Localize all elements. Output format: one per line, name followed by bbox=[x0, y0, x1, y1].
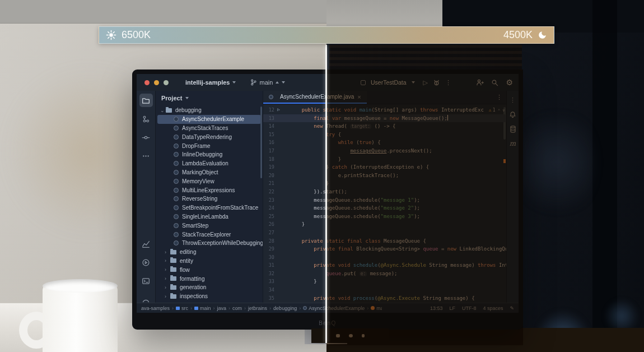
tree-item-MarkingObject[interactable]: MarkingObject bbox=[156, 168, 263, 177]
code-line-24[interactable]: 24 messageQueue.schedule("message 2"); bbox=[263, 204, 506, 212]
code-line-23[interactable]: 23 messageQueue.schedule("message 1"); bbox=[263, 196, 506, 205]
line-number[interactable]: 13 bbox=[263, 114, 274, 123]
code-line-21[interactable]: 21 } bbox=[263, 179, 506, 188]
line-number[interactable]: 12 bbox=[263, 106, 274, 114]
code-line-22[interactable]: 22 }).start(); bbox=[263, 188, 506, 196]
tree-item-debugging[interactable]: ⌄debugging bbox=[156, 106, 263, 115]
inspection-widget[interactable]: ⚠1^v bbox=[489, 107, 505, 113]
code-line-12[interactable]: 12▷ public static void main(String[] arg… bbox=[263, 106, 506, 114]
prev-warning-icon[interactable]: ^ bbox=[498, 108, 500, 112]
breadcrumb-item[interactable]: ava-samples bbox=[141, 305, 170, 311]
line-number[interactable]: 23 bbox=[263, 196, 274, 205]
line-number[interactable]: 16 bbox=[263, 138, 274, 147]
tree-item-SingleLineLambda[interactable]: SingleLineLambda bbox=[156, 212, 263, 221]
editor-tab[interactable]: AsyncSchedulerExample.java × bbox=[263, 91, 367, 104]
line-number[interactable]: 33 bbox=[263, 277, 274, 286]
chevron-expanded-icon[interactable]: ⌄ bbox=[160, 108, 166, 113]
tree-item-generation[interactable]: ›generation bbox=[156, 283, 263, 292]
tree-item-flow[interactable]: ›flow bbox=[156, 265, 263, 274]
commit-icon[interactable] bbox=[139, 131, 153, 144]
kebab-icon[interactable]: ⋮ bbox=[496, 94, 502, 101]
line-number[interactable]: 19 bbox=[263, 163, 274, 172]
line-number[interactable]: 30 bbox=[263, 253, 274, 262]
tree-item-MultiLineExpressions[interactable]: MultiLineExpressions bbox=[156, 186, 263, 194]
search-icon[interactable] bbox=[491, 79, 498, 86]
tree-item-DropFrame[interactable]: DropFrame bbox=[156, 141, 263, 150]
chevron-collapsed-icon[interactable]: › bbox=[165, 249, 170, 255]
add-user-icon[interactable] bbox=[476, 78, 484, 86]
line-number[interactable]: 18 bbox=[263, 155, 274, 164]
code-line-25[interactable]: 25 messageQueue.schedule("message 3"); bbox=[263, 212, 506, 221]
code-line-32[interactable]: 32 queue.put( e: message); bbox=[263, 270, 506, 278]
database-icon[interactable] bbox=[507, 122, 519, 136]
line-number[interactable]: 29 bbox=[263, 245, 274, 253]
tree-item-ThrowExceptionWhileDebugging[interactable]: ThrowExceptionWhileDebugging bbox=[156, 239, 263, 248]
code-line-30[interactable]: 30 bbox=[263, 253, 506, 262]
code-line-16[interactable]: 16 while (true) { bbox=[263, 138, 506, 147]
code-line-20[interactable]: 20 e.printStackTrace(); bbox=[263, 172, 506, 180]
breadcrumb-item[interactable]: jetbrains bbox=[248, 305, 267, 311]
code-line-13[interactable]: 13 final var messageQueue = new MessageQ… bbox=[263, 114, 506, 123]
breadcrumb-item[interactable]: main bbox=[194, 305, 211, 311]
line-number[interactable]: 28 bbox=[263, 237, 274, 246]
tree-item-inspections[interactable]: ›inspections bbox=[156, 292, 263, 301]
tree-item-InlineDebugging[interactable]: InlineDebugging bbox=[156, 150, 263, 159]
chevron-collapsed-icon[interactable]: › bbox=[165, 258, 170, 263]
indent-setting[interactable]: 4 spaces bbox=[483, 305, 503, 311]
chevron-collapsed-icon[interactable]: › bbox=[165, 294, 170, 299]
code-line-33[interactable]: 33 } bbox=[263, 277, 506, 286]
graph-icon[interactable] bbox=[139, 237, 153, 251]
tree-item-entity[interactable]: ›entity bbox=[156, 257, 263, 266]
color-temperature-slider[interactable]: 6500K 4500K bbox=[99, 26, 554, 44]
tree-item-SmartStep[interactable]: SmartStep bbox=[156, 221, 263, 230]
code-line-34[interactable]: 34 bbox=[263, 286, 506, 294]
minimize-traffic-light[interactable] bbox=[154, 80, 159, 85]
caret-position[interactable]: 13:53 bbox=[430, 305, 443, 311]
code-line-15[interactable]: 15 try { bbox=[263, 131, 506, 139]
tree-item-AsyncSchedulerExample[interactable]: AsyncSchedulerExample bbox=[157, 115, 261, 124]
zoom-traffic-light[interactable] bbox=[164, 80, 169, 85]
line-number[interactable]: 34 bbox=[263, 286, 274, 294]
breadcrumb-item[interactable]: src bbox=[176, 305, 188, 311]
tree-item-StackTraceExplorer[interactable]: StackTraceExplorer bbox=[156, 230, 263, 239]
file-encoding[interactable]: UTF-8 bbox=[462, 305, 477, 311]
code-line-18[interactable]: 18 } bbox=[263, 155, 506, 164]
run-circle-icon[interactable] bbox=[139, 256, 153, 269]
run-widget[interactable]: UserTestData ▷ ⋮ bbox=[361, 79, 451, 86]
line-number[interactable]: 35 bbox=[263, 294, 274, 303]
close-tab-icon[interactable]: × bbox=[357, 94, 361, 100]
breadcrumb-item[interactable]: java bbox=[217, 305, 227, 311]
close-traffic-light[interactable] bbox=[144, 80, 150, 85]
debug-icon[interactable] bbox=[433, 79, 440, 86]
chevron-collapsed-icon[interactable]: › bbox=[165, 276, 170, 281]
code-line-27[interactable]: 27 bbox=[263, 229, 506, 237]
code-line-31[interactable]: 31 private void schedule(@Async.Schedule… bbox=[263, 261, 506, 270]
line-number[interactable]: 15 bbox=[263, 131, 274, 139]
code-line-19[interactable]: 19 } catch (InterruptedException e) { bbox=[263, 163, 506, 172]
play-icon[interactable]: ▷ bbox=[423, 79, 428, 86]
kebab-icon[interactable]: ⋮ bbox=[445, 79, 451, 86]
project-scrollbar[interactable] bbox=[260, 106, 262, 178]
tree-item-MemoryView[interactable]: MemoryView bbox=[156, 177, 263, 186]
code-line-14[interactable]: 14 new Thread( target: () -> { bbox=[263, 122, 506, 131]
line-number[interactable]: 14 bbox=[263, 122, 274, 131]
run-gutter-icon[interactable]: ▷ bbox=[277, 106, 280, 114]
tree-item-LambdaEvaluation[interactable]: LambdaEvaluation bbox=[156, 159, 263, 168]
line-number[interactable]: 17 bbox=[263, 147, 274, 155]
code-line-26[interactable]: 26 } bbox=[263, 220, 506, 229]
more-icon[interactable] bbox=[139, 149, 153, 163]
breadcrumb[interactable]: ava-samples›src›main›java›com›jetbrains›… bbox=[141, 305, 382, 311]
line-number[interactable]: 22 bbox=[263, 188, 274, 196]
bell-icon[interactable] bbox=[507, 107, 519, 122]
line-ending[interactable]: LF bbox=[449, 305, 455, 311]
code-line-35[interactable]: 35 private void process(@Async.Execute S… bbox=[263, 294, 506, 303]
line-number[interactable]: 24 bbox=[263, 204, 274, 212]
tree-item-DataTypeRendering[interactable]: DataTypeRendering bbox=[156, 132, 263, 141]
project-selector[interactable]: intellij-samples bbox=[185, 79, 236, 86]
line-number[interactable]: 31 bbox=[263, 261, 274, 270]
breadcrumb-item[interactable]: AsyncSchedulerExample bbox=[303, 305, 365, 311]
structure-icon[interactable] bbox=[139, 112, 153, 126]
tree-item-SetBreakpointFromStackTrace[interactable]: SetBreakpointFromStackTrace bbox=[156, 203, 263, 212]
line-number[interactable]: 26 bbox=[263, 220, 274, 229]
line-number[interactable]: 25 bbox=[263, 212, 274, 221]
